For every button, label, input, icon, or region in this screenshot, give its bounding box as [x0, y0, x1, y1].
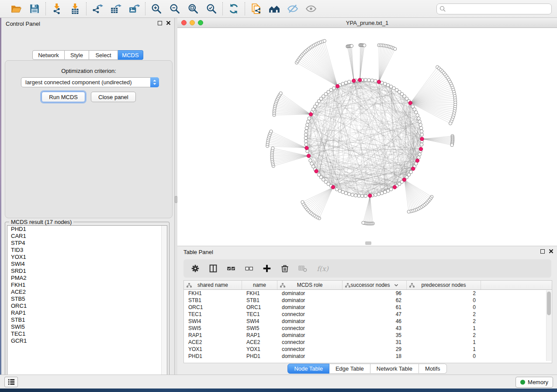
network-node[interactable] [374, 193, 377, 197]
network-node[interactable] [350, 45, 353, 48]
first-neighbors-button[interactable] [268, 2, 281, 15]
tab-network[interactable]: Network [32, 50, 65, 60]
export-network-button[interactable] [91, 2, 104, 15]
network-node[interactable] [419, 123, 422, 127]
network-node[interactable] [270, 130, 273, 133]
network-node[interactable] [417, 117, 420, 120]
search-input[interactable] [436, 3, 552, 14]
dominator-node[interactable] [309, 113, 312, 116]
dominator-node[interactable] [368, 194, 372, 197]
dominator-node[interactable] [352, 79, 356, 83]
network-node[interactable] [306, 123, 309, 127]
window-minimize-light[interactable] [190, 20, 195, 25]
table-row-ace2[interactable]: ACE2ACE2connector311 [184, 339, 552, 346]
network-node[interactable] [341, 82, 345, 86]
network-node[interactable] [304, 140, 308, 143]
network-node[interactable] [364, 194, 367, 198]
network-node[interactable] [344, 192, 348, 195]
close-panel-button[interactable]: Close panel [91, 92, 136, 102]
table-row-stb1[interactable]: STB1STB1dominator620 [184, 297, 552, 304]
network-node[interactable] [279, 92, 282, 95]
result-node-tid3[interactable]: TID3 [7, 247, 167, 254]
result-node-srd1[interactable]: SRD1 [7, 268, 167, 275]
network-node[interactable] [380, 192, 384, 195]
result-node-rap1[interactable]: RAP1 [7, 309, 167, 316]
network-node[interactable] [357, 194, 361, 198]
network-node[interactable] [370, 79, 374, 83]
network-node[interactable] [304, 133, 308, 137]
tab-select[interactable]: Select [89, 50, 118, 60]
deselect-all-button[interactable] [244, 264, 254, 273]
network-canvas[interactable] [177, 28, 557, 246]
run-mcds-button[interactable]: Run MCDS [42, 92, 85, 102]
zoom-out-button[interactable] [168, 2, 181, 15]
column-header-MCDS-role[interactable]: MCDS role [277, 281, 343, 289]
result-node-ace2[interactable]: ACE2 [7, 289, 167, 296]
network-node[interactable] [407, 210, 410, 213]
network-node[interactable] [377, 193, 381, 196]
network-node[interactable] [383, 190, 387, 194]
status-menu-button[interactable] [4, 377, 18, 387]
network-node[interactable] [309, 159, 312, 162]
memory-button[interactable]: Memory [515, 377, 553, 388]
network-node[interactable] [386, 189, 390, 193]
dominator-node[interactable] [408, 101, 412, 105]
window-zoom-light[interactable] [198, 20, 203, 25]
network-node[interactable] [363, 44, 366, 47]
mcds-result-list[interactable]: PHD1CAR1STP4TID3YOX1SWI4SRD1PMA2FKH1ACE2… [7, 225, 167, 382]
network-node[interactable] [308, 117, 311, 120]
network-node[interactable] [367, 79, 371, 82]
import-network-button[interactable] [50, 2, 63, 15]
import-table-button[interactable] [69, 2, 82, 15]
add-row-button[interactable] [262, 264, 272, 273]
table-row-yox1[interactable]: YOX1YOX1connector291 [184, 346, 552, 353]
dominator-node[interactable] [419, 147, 422, 151]
dominator-node[interactable] [315, 169, 318, 173]
show-all-button[interactable] [304, 2, 318, 15]
table-vscroll-thumb[interactable] [547, 292, 551, 315]
network-node[interactable] [418, 153, 422, 156]
settings-button[interactable] [190, 264, 200, 273]
result-node-swi5[interactable]: SWI5 [7, 323, 167, 330]
network-node[interactable] [354, 194, 357, 197]
network-node[interactable] [347, 80, 351, 84]
dominator-node[interactable] [307, 154, 310, 158]
result-node-gcr1[interactable]: GCR1 [7, 337, 167, 344]
dominator-node[interactable] [402, 178, 406, 181]
network-node[interactable] [420, 143, 423, 146]
result-node-tec1[interactable]: TEC1 [7, 330, 167, 337]
network-node[interactable] [383, 82, 387, 86]
network-node[interactable] [374, 79, 377, 83]
network-node[interactable] [332, 86, 336, 90]
dominator-node[interactable] [393, 186, 396, 189]
dominator-node[interactable] [377, 80, 381, 83]
export-image-button[interactable] [128, 2, 141, 15]
tab-node-table[interactable]: Node Table [287, 364, 329, 374]
table-row-swi4[interactable]: SWI4SWI4dominator462 [184, 318, 552, 325]
dominator-node[interactable] [415, 159, 419, 162]
dominator-node[interactable] [420, 137, 424, 141]
network-node[interactable] [305, 127, 308, 130]
columns-button[interactable] [208, 264, 218, 273]
tab-edge-table[interactable]: Edge Table [329, 364, 370, 374]
column-header-predecessor-nodes[interactable]: predecessor nodes [407, 281, 481, 289]
column-header-name[interactable]: name [242, 281, 277, 289]
save-button[interactable] [28, 2, 41, 15]
table-row-fkh1[interactable]: FKH1FKH1dominator962 [184, 290, 552, 297]
network-node[interactable] [364, 78, 367, 82]
dominator-node[interactable] [305, 146, 308, 150]
zoom-in-button[interactable] [150, 2, 163, 15]
network-node[interactable] [450, 144, 453, 147]
table-row-swi5[interactable]: SWI5SWI5connector431 [184, 325, 552, 332]
network-node[interactable] [317, 173, 321, 176]
tab-mcds[interactable]: MCDS [118, 50, 143, 60]
network-node[interactable] [307, 120, 310, 124]
result-node-stb5[interactable]: STB5 [7, 296, 167, 303]
result-node-stb1[interactable]: STB1 [7, 316, 167, 323]
table-close-icon[interactable] [549, 249, 554, 254]
open-button[interactable] [10, 2, 23, 15]
network-graph[interactable] [177, 28, 557, 246]
criterion-dropdown[interactable]: largest connected component (undirected) [21, 77, 159, 87]
network-node[interactable] [419, 127, 423, 130]
column-header-successor-nodes[interactable]: successor nodes [343, 281, 407, 289]
